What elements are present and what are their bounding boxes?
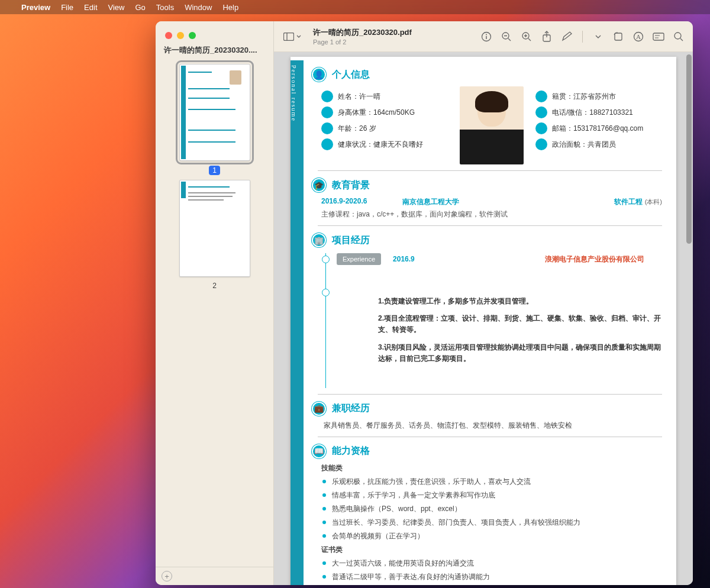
preview-window: 许一晴的简历_20230320.... 1 — [156, 21, 693, 585]
document-area: 许一晴的简历_20230320.pdf Page 1 of 2 A — [274, 21, 693, 585]
thumbnail-page-1[interactable]: 1 — [156, 64, 273, 175]
thumbnail-sidebar: 许一晴的简历_20230320.... 1 — [156, 21, 274, 585]
edu-period: 2016.9-2020.6 — [321, 197, 367, 207]
add-page-button[interactable]: + — [162, 571, 172, 581]
svg-point-3 — [486, 34, 487, 35]
person-icon: 👤 — [312, 67, 326, 82]
minimize-button[interactable] — [177, 32, 184, 39]
certs-heading: 证书类 — [321, 545, 662, 555]
pdf-page-1: Personal resume 👤个人信息 姓名：许一晴 身高体重：164cm/… — [291, 57, 676, 585]
project-line: 3.识别项目风险，灵活运用项目管理技能协调处理项目中问题，确保项目的质量和实施周… — [378, 342, 662, 364]
app-name[interactable]: Preview — [21, 3, 50, 12]
zoom-out-button[interactable] — [501, 31, 512, 43]
edu-courses: 主修课程：java，c/c++，数据库，面向对象编程，软件测试 — [321, 209, 662, 219]
menu-window[interactable]: Window — [185, 3, 212, 12]
zoom-in-button[interactable] — [521, 31, 532, 43]
svg-line-9 — [528, 38, 531, 41]
sidebar-doc-title: 许一晴的简历_20230320.... — [156, 45, 273, 59]
more-button[interactable] — [592, 31, 604, 43]
project-icon: 🏢 — [312, 233, 326, 247]
menu-go[interactable]: Go — [135, 3, 145, 12]
profile-photo — [460, 86, 524, 164]
svg-line-6 — [508, 38, 511, 41]
thumbnail-number: 1 — [209, 166, 220, 175]
section-personal-title: 个人信息 — [332, 69, 370, 81]
field-height: 身高体重：164cm/50KG — [338, 108, 415, 118]
vertical-scrollbar[interactable] — [686, 54, 692, 583]
menu-file[interactable]: File — [61, 3, 73, 12]
field-age: 年龄：26 岁 — [338, 124, 376, 134]
form-button[interactable] — [653, 31, 664, 43]
zoom-button[interactable] — [189, 32, 196, 39]
skill-item: 乐观积极，抗压能力强，责任意识强，乐于助人，喜欢与人交流 — [321, 476, 662, 487]
field-email: 邮箱：1531781766@qq.com — [552, 124, 643, 134]
highlight-button[interactable]: A — [632, 31, 644, 43]
skills-heading: 技能类 — [321, 463, 662, 473]
search-button[interactable] — [673, 31, 685, 43]
edu-school: 南京信息工程大学 — [402, 197, 459, 207]
field-political: 政治面貌：共青团员 — [552, 140, 616, 150]
section-project-title: 项目经历 — [332, 234, 370, 247]
field-name: 姓名：许一晴 — [338, 92, 380, 102]
svg-rect-14 — [615, 33, 622, 40]
chevron-down-icon — [296, 35, 301, 38]
svg-point-20 — [674, 33, 681, 39]
thumbnail-number: 2 — [212, 282, 217, 290]
cert-item: 大一过英语六级，能使用英语良好的沟通交流 — [321, 558, 662, 568]
document-title: 许一晴的简历_20230320.pdf — [313, 27, 412, 38]
thumbnail-page-2[interactable]: 2 — [156, 180, 273, 290]
menu-tools[interactable]: Tools — [156, 3, 174, 12]
skills-list: 乐观积极，抗压能力强，责任意识强，乐于助人，喜欢与人交流 情感丰富，乐于学习，具… — [321, 476, 662, 541]
svg-text:A: A — [636, 33, 641, 40]
view-mode-button[interactable] — [280, 30, 305, 43]
edu-major: 软件工程 — [614, 198, 643, 206]
skill-item: 会简单的视频剪（正在学习） — [321, 531, 662, 541]
share-button[interactable] — [541, 31, 553, 43]
skill-item: 当过班长、学习委员、纪律委员、部门负责人、项目负责人，具有较强组织能力 — [321, 517, 662, 528]
ability-icon: 📖 — [312, 444, 326, 458]
resume-band-label: Personal resume — [291, 60, 297, 122]
page-viewer[interactable]: Personal resume 👤个人信息 姓名：许一晴 身高体重：164cm/… — [274, 52, 693, 585]
rotate-button[interactable] — [612, 31, 624, 43]
menu-view[interactable]: View — [108, 3, 125, 12]
field-origin: 籍贯：江苏省苏州市 — [552, 92, 616, 102]
info-button[interactable] — [480, 31, 492, 43]
skill-item: 熟悉电脑操作（PS、word、ppt、excel） — [321, 503, 662, 514]
field-health: 健康状况：健康无不良嗜好 — [338, 140, 423, 150]
section-ability-title: 能力资格 — [332, 445, 370, 457]
parttime-icon: 💼 — [312, 402, 326, 416]
skill-item: 情感丰富，乐于学习，具备一定文学素养和写作功底 — [321, 490, 662, 500]
close-button[interactable] — [165, 32, 172, 39]
project-line: 2.项目全流程管理：立项、设计、排期、到货、施工、硬集、软集、验收、归档、审计、… — [378, 313, 662, 335]
project-company: 浪潮电子信息产业股份有限公司 — [545, 254, 644, 264]
svg-rect-17 — [653, 33, 664, 40]
section-parttime-title: 兼职经历 — [332, 402, 370, 415]
section-education-title: 教育背景 — [332, 179, 370, 192]
toolbar: 许一晴的简历_20230320.pdf Page 1 of 2 A — [274, 21, 693, 52]
certs-list: 大一过英语六级，能使用英语良好的沟通交流 普通话二级甲等，善于表达,有良好的沟通… — [321, 558, 662, 585]
svg-rect-0 — [284, 33, 294, 40]
page-indicator: Page 1 of 2 — [313, 38, 412, 46]
window-controls — [156, 21, 273, 45]
parttime-text: 家具销售员、餐厅服务员、话务员、物流打包、发型模特、服装销售、地铁安检 — [321, 421, 662, 431]
macos-menubar: Preview File Edit View Go Tools Window H… — [0, 0, 710, 14]
education-icon: 🎓 — [312, 178, 326, 192]
svg-line-21 — [680, 38, 683, 41]
markup-button[interactable] — [561, 31, 573, 43]
project-line: 1.负责建设管理工作，多期多节点并发项目管理。 — [378, 296, 662, 307]
menu-help[interactable]: Help — [222, 3, 238, 12]
field-phone: 电话/微信：18827103321 — [552, 108, 633, 118]
cert-item: 普通话二级甲等，善于表达,有良好的沟通协调能力 — [321, 571, 662, 582]
menu-edit[interactable]: Edit — [84, 3, 97, 12]
experience-tag: Experience — [337, 253, 381, 265]
edu-degree: (本科) — [645, 198, 662, 205]
project-year: 2016.9 — [393, 255, 415, 263]
